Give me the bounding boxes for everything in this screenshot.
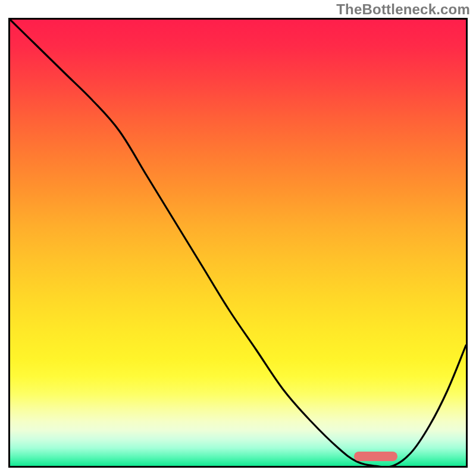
chart-container: TheBottleneck.com: [0, 0, 476, 476]
curve-svg: [10, 20, 466, 466]
watermark-text: TheBottleneck.com: [336, 1, 470, 18]
plot-frame: [8, 18, 468, 468]
optimal-range-marker: [354, 452, 397, 461]
bottleneck-curve-line: [10, 20, 466, 466]
